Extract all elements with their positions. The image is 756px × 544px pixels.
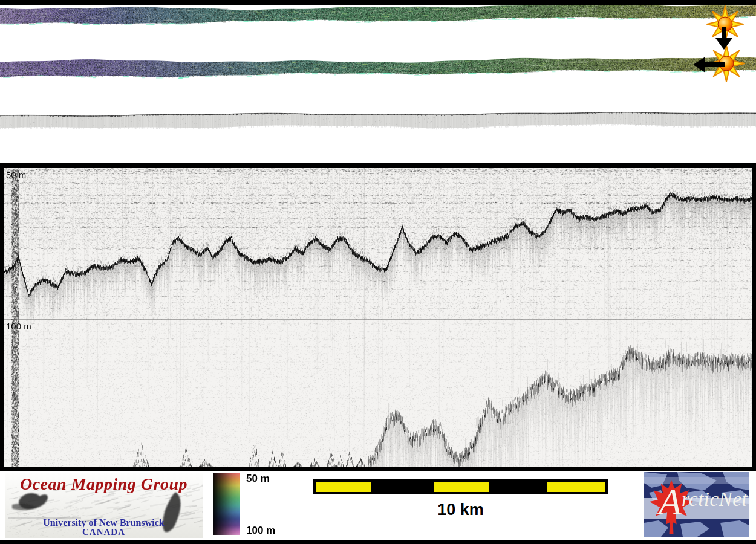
arcticnet-logo: ArcticNet [644,472,749,537]
omg-logo-title: Ocean Mapping Group [5,474,203,494]
waypoint-marker-overlay [0,5,756,163]
scale-bar-label: 10 km [313,502,608,518]
subbottom-profile-panel: 50 m 100 m [0,163,756,471]
seismic-section-canvas [4,168,752,467]
depth-colorbar [213,473,240,535]
scale-bar-segment [316,482,371,492]
figure-frame: 50 m 100 m Ocean Mapping Group Universit… [0,0,756,544]
colorbar-label-100m: 100 m [246,525,275,536]
depth-label-100m: 100 m [6,322,31,331]
omg-logo-country: CANADA [5,527,203,537]
colorbar-shading-overlay [213,473,240,535]
survey-strips-section [0,5,756,163]
arcticnet-rest: rcticNet [682,488,748,510]
scale-bar [313,479,608,494]
footer-bar: Ocean Mapping Group University of New Br… [0,471,756,540]
arcticnet-initial: A [659,481,682,522]
colorbar-label-50m: 50 m [246,473,270,484]
arcticnet-wordmark: ArcticNet [659,485,749,519]
scale-bar-segment [434,482,489,492]
depth-label-50m: 50 m [6,170,26,180]
omg-logo: Ocean Mapping Group University of New Br… [5,473,203,538]
scale-bar-segment [547,482,605,492]
